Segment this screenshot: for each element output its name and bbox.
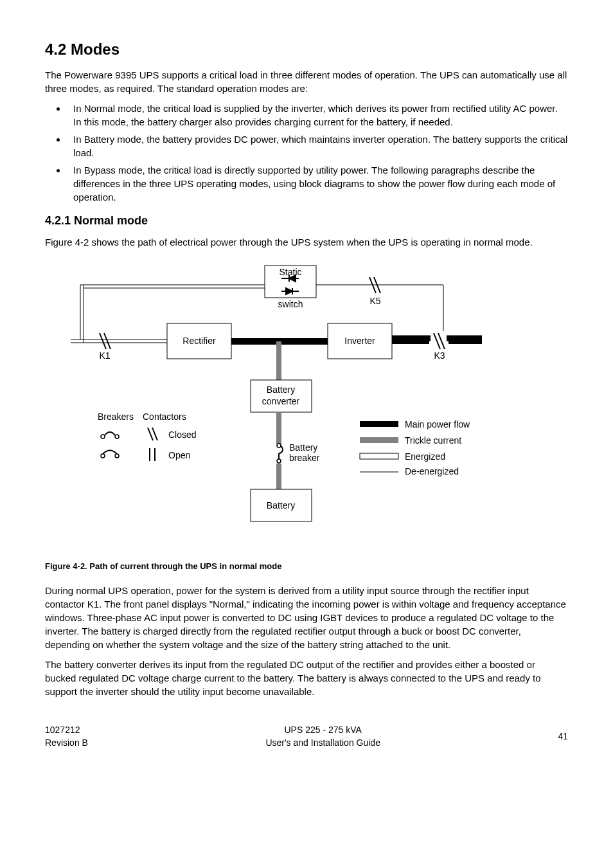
svg-rect-37 [360, 453, 398, 459]
legend-right: Main power flow Trickle current Energize… [360, 419, 470, 476]
doc-number: 1027212 [45, 724, 88, 737]
battery-breaker-label-2: breaker [289, 453, 320, 463]
list-item: In Bypass mode, the critical load is dir… [67, 163, 568, 204]
inverter-label: Inverter [344, 336, 375, 346]
k3-contactor: K3 [392, 331, 482, 361]
footer-center: UPS 225 - 275 kVA User's and Installatio… [265, 724, 380, 749]
k3-label: K3 [434, 350, 445, 361]
svg-point-25 [277, 459, 281, 463]
figure-4-2: K1 Static switch K5 [45, 259, 568, 572]
list-item: In Normal mode, the critical load is sup… [67, 102, 568, 129]
k1-label: K1 [99, 350, 110, 361]
figure-caption: Figure 4-2. Path of current through the … [45, 561, 568, 572]
rectifier-label: Rectifier [182, 336, 216, 346]
page-number: 41 [558, 730, 568, 743]
subsection-intro: Figure 4-2 shows the path of electrical … [45, 235, 568, 249]
trickle-down-3 [276, 464, 281, 489]
diagram-svg: K1 Static switch K5 [45, 259, 495, 548]
open-label: Open [168, 450, 190, 460]
battery-converter-label-1: Battery [267, 384, 295, 395]
svg-rect-35 [360, 421, 398, 427]
main-flow-label: Main power flow [405, 419, 470, 429]
de-energized-label: De-energized [405, 466, 459, 476]
trickle-down-2 [276, 412, 281, 446]
energized-label: Energized [405, 451, 445, 462]
revision: Revision B [45, 737, 88, 750]
svg-point-27 [101, 435, 105, 439]
list-item: In Battery mode, the battery provides DC… [67, 132, 568, 159]
svg-point-24 [277, 444, 281, 448]
battery-label: Battery [267, 500, 295, 511]
subsection-heading: 4.2.1 Normal mode [45, 213, 568, 229]
footer-left: 1027212 Revision B [45, 724, 88, 749]
k5-contactor: K5 [369, 277, 381, 306]
section-heading: 4.2 Modes [45, 39, 568, 60]
svg-line-29 [148, 428, 153, 440]
k5-label: K5 [369, 296, 380, 306]
guide-name: User's and Installation Guide [265, 737, 380, 750]
intro-paragraph: The Powerware 9395 UPS supports a critic… [45, 68, 568, 95]
closed-label: Closed [168, 429, 197, 440]
legend-left: Breakers Contactors Closed [98, 411, 197, 461]
trickle-down-1 [276, 341, 281, 380]
body-paragraph-2: The battery converter derives its input … [45, 658, 568, 698]
breakers-label: Breakers [98, 411, 134, 422]
product-name: UPS 225 - 275 kVA [265, 724, 380, 737]
contactors-label: Contactors [143, 411, 186, 422]
battery-converter-label-2: converter [262, 396, 300, 406]
svg-point-28 [115, 435, 119, 439]
trickle-label: Trickle current [405, 435, 461, 446]
k1-contactor: K1 [99, 333, 111, 361]
svg-point-32 [115, 454, 119, 458]
page-footer: 1027212 Revision B UPS 225 - 275 kVA Use… [45, 724, 568, 749]
switch-label: switch [278, 299, 303, 309]
static-label: Static [279, 267, 301, 277]
modes-list: In Normal mode, the critical load is sup… [45, 102, 568, 204]
svg-line-30 [152, 428, 157, 440]
body-paragraph-1: During normal UPS operation, power for t… [45, 584, 568, 651]
battery-breaker-label-1: Battery [289, 442, 317, 453]
battery-breaker: Battery breaker [271, 442, 320, 464]
svg-rect-36 [360, 437, 398, 443]
svg-point-31 [101, 454, 105, 458]
